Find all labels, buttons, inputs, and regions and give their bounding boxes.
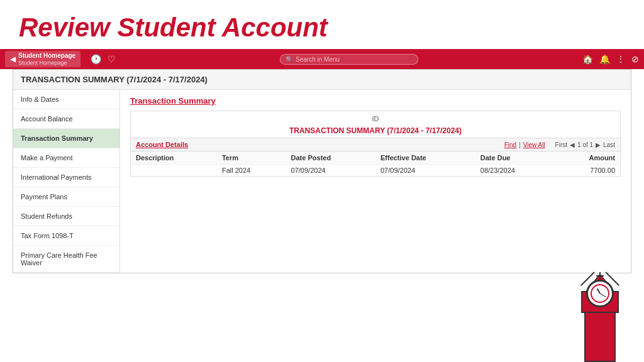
clock-inner: [591, 284, 609, 303]
page-info: 1 of 1: [577, 141, 593, 148]
find-nav: Find | View All First ◀ 1 of 1 ▶ Last: [504, 141, 615, 148]
page-title: Review Student Account: [0, 0, 644, 49]
breadcrumb-main: Student Homepage: [18, 52, 75, 60]
transaction-box-title: TRANSACTION SUMMARY (7/1/2024 - 7/17/202…: [131, 126, 620, 135]
browser-chrome: ◀ Student Homepage Student Homepage 🕐 ♡ …: [0, 49, 644, 69]
bell-icon[interactable]: 🔔: [599, 54, 610, 64]
cell-term: Fall 2024: [217, 165, 286, 177]
col-description: Description: [131, 151, 217, 165]
favorite-icon[interactable]: ♡: [108, 54, 116, 64]
sidebar-item-make-payment[interactable]: Make a Payment: [13, 148, 119, 168]
tower-base: [584, 312, 616, 362]
more-icon[interactable]: ⋮: [616, 54, 625, 64]
sidebar: Info & Dates Account Balance Transaction…: [13, 90, 120, 273]
sidebar-item-tax-form[interactable]: Tax Form 1098-T: [13, 226, 119, 246]
table-row: Fall 2024 07/09/2024 07/09/2024 08/23/20…: [131, 165, 620, 177]
sidebar-item-account-balance[interactable]: Account Balance: [13, 109, 119, 129]
help-icon[interactable]: ⊘: [631, 54, 639, 64]
right-icons: 🏠 🔔 ⋮ ⊘: [582, 54, 639, 64]
view-all-link[interactable]: View All: [523, 141, 545, 148]
sidebar-item-international-payments[interactable]: International Payments: [13, 168, 119, 187]
content-layout: Info & Dates Account Balance Transaction…: [13, 90, 631, 273]
transaction-box: ID TRANSACTION SUMMARY (7/1/2024 - 7/17/…: [130, 111, 621, 177]
sidebar-item-info-dates[interactable]: Info & Dates: [13, 90, 119, 109]
cell-date-due: 08/23/2024: [475, 165, 555, 177]
next-icon[interactable]: ▶: [596, 141, 601, 148]
prev-icon[interactable]: ◀: [570, 141, 575, 148]
transaction-table: Description Term Date Posted Effective D…: [131, 151, 620, 176]
sidebar-item-primary-care[interactable]: Primary Care Health Fee Waiver: [13, 246, 119, 273]
home-icon[interactable]: 🏠: [582, 54, 593, 64]
clock-minute-hand: [600, 293, 606, 297]
transaction-summary-header: TRANSACTION SUMMARY (7/1/2024 - 7/17/202…: [13, 70, 631, 90]
sidebar-item-transaction-summary[interactable]: Transaction Summary: [13, 129, 119, 148]
sidebar-item-student-refunds[interactable]: Student Refunds: [13, 207, 119, 226]
col-effective-date: Effective Date: [375, 151, 475, 165]
cell-amount: 7700.00: [555, 165, 620, 177]
panel-title: Transaction Summary: [130, 96, 621, 106]
find-link[interactable]: Find: [504, 141, 516, 148]
clock-tower-illustration: [569, 274, 631, 362]
clock-face: [586, 280, 614, 307]
col-date-due: Date Due: [475, 151, 555, 165]
back-button[interactable]: ◀ Student Homepage Student Homepage: [5, 51, 80, 68]
separator: |: [519, 141, 521, 148]
sidebar-item-payment-plans[interactable]: Payment Plans: [13, 187, 119, 207]
cell-date-posted: 07/09/2024: [286, 165, 375, 177]
nav-icons: 🕐 ♡: [91, 54, 116, 64]
breadcrumb: Student Homepage Student Homepage: [18, 52, 75, 67]
search-icon: 🔍: [286, 56, 293, 63]
col-date-posted: Date Posted: [286, 151, 375, 165]
col-amount: Amount: [555, 151, 620, 165]
breadcrumb-sub: Student Homepage: [18, 60, 75, 67]
last-label[interactable]: Last: [603, 141, 615, 148]
col-term: Term: [217, 151, 286, 165]
history-icon[interactable]: 🕐: [91, 54, 101, 64]
search-bar[interactable]: 🔍: [280, 54, 418, 65]
cell-description: [131, 165, 217, 177]
search-input[interactable]: [296, 56, 413, 63]
main-content: TRANSACTION SUMMARY (7/1/2024 - 7/17/202…: [13, 69, 631, 273]
account-details-bar: Account Details Find | View All First ◀ …: [131, 138, 620, 151]
cell-effective-date: 07/09/2024: [375, 165, 475, 177]
transaction-box-id: ID: [131, 111, 620, 126]
right-panel: Transaction Summary ID TRANSACTION SUMMA…: [120, 90, 631, 273]
first-label[interactable]: First: [555, 141, 567, 148]
back-arrow-icon: ◀: [10, 55, 16, 63]
account-details-label[interactable]: Account Details: [136, 141, 188, 148]
